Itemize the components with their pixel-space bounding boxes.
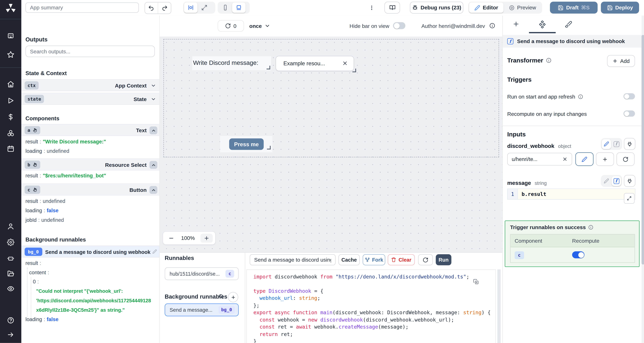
refresh-count-button[interactable]: 0 [218, 20, 244, 32]
chevron-down-icon[interactable] [151, 96, 156, 102]
maximize-button[interactable] [198, 2, 211, 13]
sidebar-favorites-star-icon[interactable] [7, 51, 14, 58]
panel-scrollbar-thumb[interactable] [642, 35, 644, 264]
tab-editor[interactable]: Editor [469, 2, 504, 13]
app-summary-input[interactable] [26, 2, 139, 13]
refresh-code-button[interactable] [418, 254, 433, 265]
a-result-kv: result:"Write Discord message:" [26, 139, 106, 144]
sidebar-audit-eye-icon[interactable] [7, 285, 14, 292]
sidebar-users-icon[interactable] [7, 222, 14, 230]
clear-x-icon[interactable] [562, 156, 568, 162]
component-c-row[interactable]: c Button [21, 184, 160, 196]
schedule-dropdown[interactable]: once [249, 20, 270, 32]
state-row[interactable]: state State [21, 93, 160, 105]
component-b-row[interactable]: b Resource Select [21, 158, 160, 170]
component-a-row[interactable]: a Text [21, 124, 160, 136]
docs-book-button[interactable] [384, 2, 400, 14]
tab-preview[interactable]: Preview [504, 2, 542, 13]
add-runnable-plus-button[interactable] [228, 292, 238, 302]
sidebar-workers-robot-icon[interactable] [7, 254, 14, 262]
fork-button[interactable]: Fork [363, 254, 385, 265]
info-icon[interactable] [588, 225, 594, 230]
sidebar-variables-dollar-icon[interactable] [7, 113, 14, 121]
runnable-selected-item[interactable]: Send a message... bg_0 [165, 304, 239, 316]
code-scrollbar[interactable] [497, 269, 500, 343]
connect-plug-icon[interactable] [624, 175, 635, 187]
hide-bar-toggle[interactable] [393, 22, 406, 29]
runnable-name-input[interactable] [250, 254, 336, 265]
debug-runs-button[interactable]: Debug runs (23) [410, 2, 463, 14]
sidebar-resources-boxes-icon[interactable] [7, 130, 14, 137]
chevron-down-icon[interactable] [151, 83, 156, 88]
refresh-resource-button[interactable] [616, 152, 634, 166]
add-transformer-button[interactable]: Add [607, 55, 635, 67]
chevron-up-icon[interactable] [150, 186, 157, 194]
sidebar-workspace-icon[interactable] [7, 32, 14, 40]
runnable-item[interactable]: hub/1511/discord/se... c [165, 268, 239, 280]
copy-code-icon[interactable] [473, 279, 479, 285]
zoom-in-plus-icon[interactable] [200, 234, 213, 242]
button-component-container[interactable]: Press me [220, 136, 272, 152]
create-resource-plus-button[interactable] [596, 152, 614, 166]
text-component[interactable]: Write Discord message: [192, 56, 271, 70]
message-expr-editor[interactable]: 1 b.result [507, 188, 636, 200]
chevron-up-icon[interactable] [150, 126, 157, 134]
component-settings-tab-icon[interactable] [538, 20, 546, 28]
clear-x-icon[interactable] [342, 60, 348, 66]
zoom-out-minus-icon[interactable] [168, 235, 174, 241]
press-me-button[interactable]: Press me [229, 138, 264, 150]
recompute-row-toggle[interactable] [572, 251, 584, 258]
sidebar-folders-icon[interactable] [7, 270, 14, 277]
recompute-toggle[interactable] [624, 110, 635, 116]
more-menu-kebab-icon[interactable] [368, 3, 375, 13]
info-icon[interactable] [546, 57, 552, 63]
eval-function-icon[interactable]: f [612, 139, 621, 149]
mobile-view-button[interactable] [218, 2, 232, 13]
sidebar-settings-gear-icon[interactable] [7, 239, 14, 246]
bg0-loading-kv: loading:false [26, 316, 58, 322]
code-editor[interactable]: import discordwebhook from "https://deno… [246, 269, 496, 343]
selected-runnable-header: f Send a message to discord using webhoo… [503, 35, 642, 48]
static-pencil-icon[interactable] [602, 176, 611, 186]
connect-plug-icon[interactable] [624, 138, 635, 150]
clear-button[interactable]: Clear [388, 254, 415, 265]
undo-button[interactable] [145, 2, 158, 14]
component-a-badge: a [28, 128, 30, 133]
run-on-start-toggle[interactable] [624, 93, 635, 99]
resource-select-component[interactable]: Example resou... [276, 56, 354, 71]
deploy-button[interactable]: Deploy [601, 2, 639, 14]
run-button[interactable]: Run [436, 254, 452, 265]
info-icon[interactable] [489, 23, 495, 29]
windmill-logo-icon[interactable] [6, 3, 16, 13]
bg0-row[interactable]: bg_0 Send a message to discord using web… [21, 246, 160, 258]
sidebar-expand-arrow-icon[interactable] [7, 331, 14, 338]
bg-runnables-title: Background runnables [165, 293, 227, 300]
resource-value-input[interactable]: u/henri/te... [507, 153, 572, 166]
static-pencil-icon[interactable] [602, 139, 611, 149]
outputs-panel: Outputs State & Context ctx App Context … [21, 16, 160, 343]
info-icon[interactable] [578, 94, 583, 100]
align-center-button[interactable] [184, 2, 198, 13]
app-canvas[interactable]: Write Discord message: Example resou... … [160, 36, 502, 252]
resize-handle[interactable] [266, 66, 270, 70]
search-outputs-input[interactable] [26, 46, 155, 57]
ctx-row[interactable]: ctx App Context [21, 79, 160, 91]
search-icon[interactable] [218, 294, 224, 299]
edit-pencil-icon[interactable] [152, 249, 157, 254]
save-draft-button[interactable]: Draft ⌘S [550, 2, 598, 14]
desktop-view-button[interactable] [232, 2, 246, 13]
style-paintbrush-tab-icon[interactable] [565, 20, 572, 28]
redo-button[interactable] [158, 2, 171, 14]
sidebar-runs-play-icon[interactable] [7, 97, 14, 104]
insert-component-plus-icon[interactable] [512, 20, 520, 28]
sidebar-home-icon[interactable] [7, 80, 14, 88]
resize-handle[interactable] [267, 146, 271, 150]
sidebar-help-icon[interactable] [7, 316, 14, 324]
chevron-up-icon[interactable] [150, 161, 157, 169]
expand-editor-icon[interactable] [624, 193, 634, 204]
resize-handle[interactable] [352, 68, 356, 72]
sidebar-schedules-calendar-icon[interactable] [7, 145, 14, 152]
edit-resource-pencil-button[interactable] [576, 152, 594, 166]
cache-button[interactable]: Cache [338, 254, 360, 265]
eval-function-icon[interactable]: f [612, 176, 621, 186]
